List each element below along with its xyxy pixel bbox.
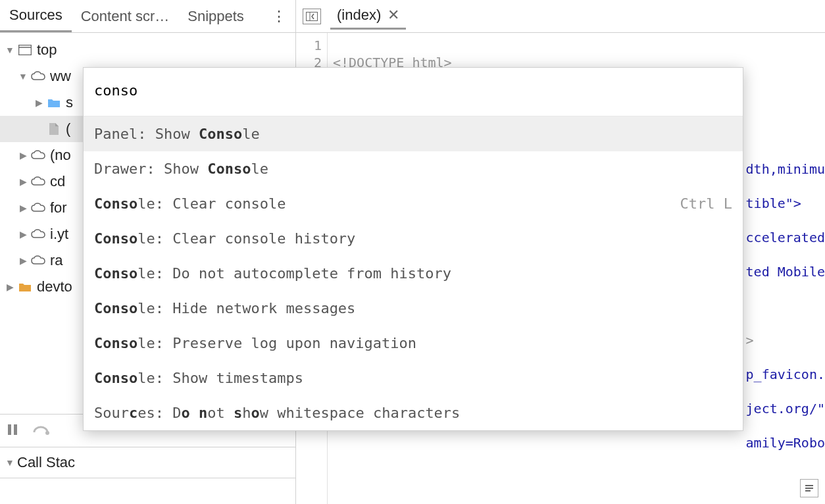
cloud-icon (30, 174, 46, 189)
tree-label: s (66, 94, 73, 111)
folder-icon (17, 279, 33, 295)
code-text: p_favicon. (746, 366, 825, 382)
expander-icon[interactable]: ▼ (5, 457, 14, 468)
section-spacer (0, 478, 295, 504)
cloud-icon (30, 253, 46, 268)
expander-icon[interactable]: ▶ (18, 203, 28, 213)
tree-label: ww (50, 68, 71, 85)
svg-rect-2 (8, 424, 11, 435)
code-text: ccelerated (746, 230, 825, 245)
step-over-icon[interactable] (33, 423, 50, 438)
command-item-label: Console: Hide network messages (94, 300, 355, 316)
tree-label: ( (66, 120, 70, 138)
pause-icon[interactable] (7, 423, 18, 438)
document-icon (46, 121, 62, 137)
close-tab-icon[interactable]: ✕ (388, 7, 399, 24)
cloud-icon (30, 68, 46, 84)
svg-rect-8 (805, 488, 813, 489)
svg-rect-9 (805, 490, 811, 491)
tree-label: ra (50, 252, 63, 269)
cloud-icon (30, 147, 46, 163)
command-item-label: Console: Clear console history (94, 230, 355, 247)
command-menu: Panel: Show ConsoleDrawer: Show ConsoleC… (83, 67, 743, 431)
tree-label: for (50, 199, 67, 216)
code-overflow: dth,minimu tible"> ccelerated ted Mobile… (741, 37, 825, 504)
tree-label: cd (50, 173, 65, 190)
tab-sources[interactable]: Sources (0, 0, 72, 32)
svg-point-4 (45, 431, 49, 435)
frame-icon (17, 42, 33, 58)
command-item-label: Console: Preserve log upon navigation (94, 335, 416, 351)
cloud-icon (30, 226, 46, 242)
tree-label: top (37, 41, 57, 59)
code-text: amily=Robo (746, 435, 825, 451)
svg-rect-3 (14, 424, 17, 435)
command-item[interactable]: Drawer: Show Console (84, 151, 743, 186)
code-text: tible"> (746, 195, 801, 211)
command-item-shortcut: Ctrl L (680, 195, 732, 212)
expander-icon[interactable]: ▼ (5, 45, 14, 55)
tree-label: (no (50, 147, 71, 164)
svg-rect-0 (19, 45, 32, 55)
tree-frame-top[interactable]: ▼ top (0, 37, 295, 63)
command-item-label: Drawer: Show Console (94, 161, 268, 177)
code-text: ted Mobile (746, 264, 825, 280)
line-number: 1 (296, 37, 322, 54)
command-item[interactable]: Console: Do not autocomplete from histor… (84, 256, 743, 291)
tab-content-scripts[interactable]: Content scr… (72, 1, 179, 32)
expander-icon[interactable]: ▶ (18, 150, 28, 161)
navigator-tabs: Sources Content scr… Snippets ⋮ (0, 0, 295, 33)
code-text: dth,minimu (746, 161, 825, 177)
file-tab-index[interactable]: (index) ✕ (330, 3, 406, 30)
command-item-label: Console: Do not autocomplete from histor… (94, 265, 451, 282)
command-item[interactable]: Sources: Do not show whitespace characte… (84, 395, 743, 430)
command-item-label: Sources: Do not show whitespace characte… (94, 405, 460, 421)
command-item-label: Console: Show timestamps (94, 370, 303, 386)
tree-label: devto (37, 278, 72, 295)
expander-icon[interactable]: ▶ (5, 282, 14, 292)
expander-icon[interactable]: ▶ (18, 255, 28, 266)
toggle-navigator-icon[interactable] (303, 9, 321, 24)
command-item[interactable]: Panel: Show Console (84, 116, 743, 151)
command-input-wrapper (84, 68, 743, 116)
command-item[interactable]: Console: Clear console history (84, 221, 743, 256)
command-input[interactable] (94, 82, 732, 99)
more-tabs-icon[interactable]: ⋮ (262, 8, 295, 25)
command-item[interactable]: Console: Clear consoleCtrl L (84, 186, 743, 221)
expander-icon[interactable]: ▼ (18, 71, 28, 82)
command-list: Panel: Show ConsoleDrawer: Show ConsoleC… (84, 116, 743, 430)
expander-icon[interactable]: ▶ (18, 176, 28, 187)
command-item[interactable]: Console: Show timestamps (84, 361, 743, 395)
command-item-label: Console: Clear console (94, 195, 286, 212)
code-text: > (746, 332, 754, 348)
tree-label: i.yt (50, 226, 68, 243)
expander-icon[interactable]: ▶ (34, 97, 43, 108)
cloud-icon (30, 200, 46, 216)
command-item[interactable]: Console: Hide network messages (84, 291, 743, 326)
file-tab-label: (index) (337, 7, 381, 24)
code-text: ject.org/" (746, 401, 825, 416)
command-item[interactable]: Console: Preserve log upon navigation (84, 326, 743, 361)
svg-rect-7 (805, 485, 813, 486)
editor-tabbar: (index) ✕ (296, 0, 825, 33)
folder-icon (46, 95, 62, 111)
section-title: Call Stac (17, 454, 75, 471)
pretty-print-icon[interactable] (800, 479, 818, 497)
expander-icon[interactable]: ▶ (18, 229, 28, 239)
command-item-label: Panel: Show Console (94, 126, 260, 142)
tab-snippets[interactable]: Snippets (178, 1, 253, 32)
call-stack-section[interactable]: ▼ Call Stac (0, 447, 295, 478)
